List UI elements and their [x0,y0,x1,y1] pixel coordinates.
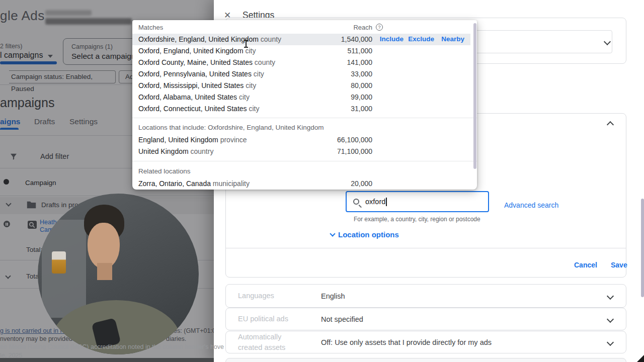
google-ads-settings-screen: gle Ads 2 filters) l campaigns Campaigns… [0,0,644,362]
help-icon[interactable]: ? [376,24,383,31]
text-caret [386,198,387,206]
next-setting-card-partial [225,358,626,362]
setting-row-languages[interactable]: Languages English [225,284,626,308]
location-result-row[interactable]: England, United Kingdom province 66,100,… [132,134,470,146]
cancel-button[interactable]: Cancel [574,261,597,269]
dropdown-scrollbar[interactable] [473,23,476,169]
reach-value: 71,100,000 [337,147,372,155]
divider [226,248,626,248]
setting-label: Automatically created assets [238,332,301,353]
webcam-overlay [38,194,199,354]
location-result-row[interactable]: United Kingdom country 71,100,000 [132,146,470,157]
setting-row-auto-created-assets[interactable]: Automatically created assets Off: Use on… [225,331,626,353]
locations-include-header: Locations that include: Oxfordshire, Eng… [138,124,324,131]
save-button[interactable]: Save [611,261,627,269]
location-result-row[interactable]: Oxford, Connecticut, United States city … [132,103,470,115]
setting-label: Languages [238,291,301,301]
mouse-text-cursor [243,40,249,48]
search-icon [353,199,359,205]
webcam-person-face [88,223,120,269]
location-result-row[interactable]: Oxford, Alabama, United States city 99,0… [132,92,470,103]
reach-value: 31,000 [351,105,372,113]
chevron-down-icon[interactable] [607,292,614,299]
exclude-link[interactable]: Exclude [408,35,434,43]
reach-value: 141,000 [347,58,372,66]
related-locations-header: Related locations [138,167,191,175]
location-result-row[interactable]: Oxford, Pennsylvania, United States city… [132,68,470,80]
panel-scrollbar[interactable] [641,199,644,297]
setting-value: Off: Use only assets that I provide dire… [321,338,492,346]
divider [132,161,477,161]
advanced-search-link[interactable]: Advanced search [504,201,558,209]
location-result-row[interactable]: Oxford, Mississippi, United States city … [132,80,470,92]
dropdown-header: Matches Reach ? [132,20,470,34]
setting-value: Not specified [321,315,363,323]
location-result-row[interactable]: Zorra, Ontario, Canada municipality 20,0… [132,178,470,190]
location-search-input[interactable]: oxford [346,191,489,212]
reach-value: 99,000 [351,93,372,101]
cursor-artifact [636,354,644,362]
chevron-down-icon [330,231,335,236]
location-options-label: Location options [338,230,399,239]
nearby-link[interactable]: Nearby [441,35,464,43]
reach-header: Reach [353,24,372,31]
location-options-toggle[interactable]: Location options [331,230,399,239]
location-result-row[interactable]: Oxfordshire, England, United Kingdom cou… [132,34,470,45]
matches-header: Matches [138,24,163,31]
webcam-jar [52,251,66,274]
reach-value: 1,540,000 [341,35,372,43]
location-result-row[interactable]: Oxford County, Maine, United States coun… [132,57,470,68]
chevron-up-icon[interactable] [607,121,614,128]
location-result-row[interactable]: Oxford, England, United Kingdom city 511… [132,45,470,57]
setting-label: EU political ads [238,314,301,324]
search-input-value: oxford [365,198,385,206]
setting-value: English [321,292,345,300]
reach-value: 20,000 [351,179,372,188]
setting-row-eu-political-ads[interactable]: EU political ads Not specified [225,308,626,330]
chevron-down-icon[interactable] [607,315,614,322]
search-hint-text: For example, a country, city, region or … [354,216,480,223]
reach-value: 66,100,000 [337,136,372,144]
divider [132,118,477,118]
reach-value: 80,000 [351,81,372,89]
location-matches-dropdown: Matches Reach ? Oxfordshire, England, Un… [132,20,477,190]
chevron-down-icon[interactable] [607,338,614,345]
webcam-person-neck [97,263,112,280]
reach-value: 511,000 [347,47,372,55]
reach-value: 33,000 [351,70,372,78]
include-link[interactable]: Include [380,35,404,43]
